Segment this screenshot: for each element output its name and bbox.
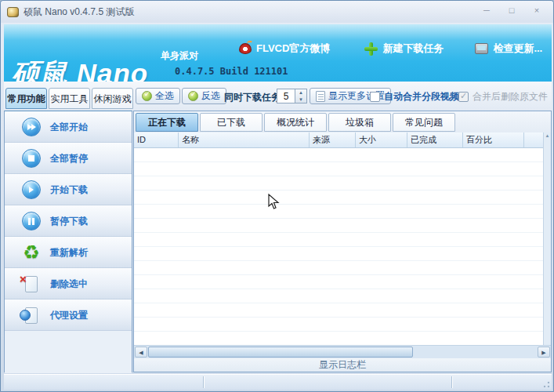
tab-faq[interactable]: 常见问题 [393,113,455,132]
nav-tab-casual-games[interactable]: 休闲游戏 [92,88,133,109]
horizontal-scrollbar[interactable]: ◀ ▶ [134,345,551,358]
weibo-link[interactable]: FLVCD官方微博 [239,42,330,56]
download-list-empty[interactable] [134,148,543,345]
concurrent-tasks-value[interactable]: 5 [277,89,295,103]
sidebar-item-label: 暂停下载 [50,205,88,237]
scroll-right-icon[interactable]: ▶ [538,347,550,358]
column-header-name[interactable]: 名称 [179,132,310,147]
invert-selection-label: 反选 [201,89,220,103]
globe-page-icon [22,306,41,325]
select-all-button[interactable]: 全选 [136,88,180,104]
invert-selection-button[interactable]: 反选 [182,88,226,104]
column-header-source[interactable]: 来源 [310,132,356,147]
recycle-icon: ♻ [22,243,41,262]
tab-trash[interactable]: 垃圾箱 [328,113,391,132]
minimize-button[interactable]: ─ [478,5,495,17]
settings-page-icon [316,91,325,102]
status-bar-divider [203,376,204,388]
resize-grip[interactable] [541,379,550,388]
scroll-up-icon[interactable]: ▲ [544,132,551,140]
delete-page-icon: × [22,274,41,293]
sidebar-item-proxy-settings[interactable]: 代理设置 [5,299,132,331]
sidebar-item-label: 全部开始 [50,111,88,143]
new-task-button[interactable]: 新建下载任务 [364,42,444,56]
close-button[interactable]: × [528,5,545,17]
window-title: 硕鼠 Nano v0.4.7.5 测试版 [24,5,134,19]
play-icon [22,180,41,199]
horizontal-scrollbar-thumb[interactable] [148,347,413,358]
delete-original-label: 合并后删除原文件 [473,90,548,103]
sidebar-item-label: 删除选中 [50,268,88,299]
scroll-left-icon[interactable]: ◀ [135,347,147,358]
sidebar-item-start-all[interactable]: 全部开始 [5,111,132,143]
nav-tab-common-functions[interactable]: 常用功能 [5,88,47,109]
plus-icon [364,42,378,56]
sidebar-item-label: 开始下载 [50,174,88,205]
sidebar-item-reparse[interactable]: ♻ 重新解析 [5,237,132,268]
sidebar-item-stop-all[interactable]: 全部暂停 [5,143,132,174]
show-log-bar-toggle[interactable]: 显示日志栏 [134,358,551,372]
column-header-completed[interactable]: 已完成 [407,132,463,147]
status-bar [4,374,552,390]
weibo-link-label: FLVCD官方微博 [256,42,330,56]
start-all-icon [22,118,41,136]
column-header-id[interactable]: ID [134,132,179,147]
header-banner: 硕鼠 Nano 单身派对 0.4.7.5 Build 121101 FLVCD官… [4,24,552,82]
check-update-button[interactable]: 检查更新... [475,42,542,56]
stop-all-icon [22,149,41,168]
download-tabs: 正在下载 已下载 概况统计 垃圾箱 常见问题 [134,111,551,132]
monitor-icon [475,43,488,54]
column-header-filler [524,132,543,147]
tab-downloaded[interactable]: 已下载 [200,113,263,132]
pause-icon [22,212,41,230]
invert-selection-icon [188,91,198,101]
maximize-button[interactable]: □ [503,5,520,17]
auto-merge-checkbox-box[interactable] [370,92,380,102]
sidebar-item-pause-download[interactable]: 暂停下载 [5,205,132,237]
vertical-scrollbar[interactable]: ▲ [543,132,551,345]
concurrent-tasks-stepper[interactable]: 5 ▲ ▼ [277,89,307,103]
nav-tab-utilities[interactable]: 实用工具 [49,88,90,109]
select-all-icon [142,91,152,101]
main-panel: 正在下载 已下载 概况统计 垃圾箱 常见问题 ID 名称 来源 大小 已完成 百… [133,111,552,372]
select-all-label: 全选 [155,89,174,103]
tagline: 单身派对 [161,49,198,63]
delete-original-checkbox: 合并后删除原文件 [458,90,548,103]
app-icon [7,7,19,17]
status-bar-divider [451,376,452,388]
stepper-down-icon[interactable]: ▼ [295,96,306,103]
tab-overview-stats[interactable]: 概况统计 [264,113,327,132]
delete-original-checkbox-box [458,92,469,102]
sidebar-filler [5,331,132,373]
tab-downloading[interactable]: 正在下载 [136,113,198,132]
auto-merge-label: 自动合并分段视频 [384,90,459,103]
sidebar-item-delete-selected[interactable]: × 删除选中 [5,268,132,299]
column-header-size[interactable]: 大小 [356,132,407,147]
sidebar-item-label: 重新解析 [50,237,88,268]
mouse-cursor [268,194,282,211]
sidebar-item-label: 全部暂停 [50,143,88,174]
build-version: 0.4.7.5 Build 121101 [175,66,288,77]
title-bar[interactable]: 硕鼠 Nano v0.4.7.5 测试版 ─ □ × [1,1,553,23]
sidebar: 全部开始 全部暂停 开始下载 暂停下载 ♻ 重新解析 × 删除选中 [4,111,132,372]
app-window: 硕鼠 Nano v0.4.7.5 测试版 ─ □ × 硕鼠 Nano 单身派对 … [0,0,554,392]
new-task-label: 新建下载任务 [382,42,444,56]
auto-merge-checkbox[interactable]: 自动合并分段视频 [370,90,459,103]
table-header: ID 名称 来源 大小 已完成 百分比 [134,132,543,148]
stepper-up-icon[interactable]: ▲ [295,89,306,96]
column-header-percentage[interactable]: 百分比 [463,132,524,147]
sidebar-item-label: 代理设置 [50,299,88,331]
tab-strip: 常用功能 实用工具 休闲游戏 全选 反选 同时下载任务数: 5 ▲ ▼ 显示更多… [4,82,552,111]
sidebar-item-start-download[interactable]: 开始下载 [5,174,132,205]
check-update-label: 检查更新... [493,42,542,56]
weibo-icon [239,43,252,54]
